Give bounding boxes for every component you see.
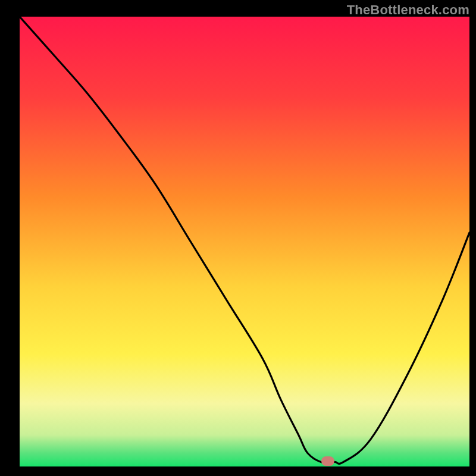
- bottleneck-curve: [20, 17, 469, 464]
- minimum-marker: [321, 456, 335, 466]
- curve-svg: [20, 17, 469, 466]
- outer-frame: TheBottleneck.com: [0, 0, 476, 476]
- plot-area: [20, 17, 469, 466]
- watermark-text: TheBottleneck.com: [347, 2, 469, 18]
